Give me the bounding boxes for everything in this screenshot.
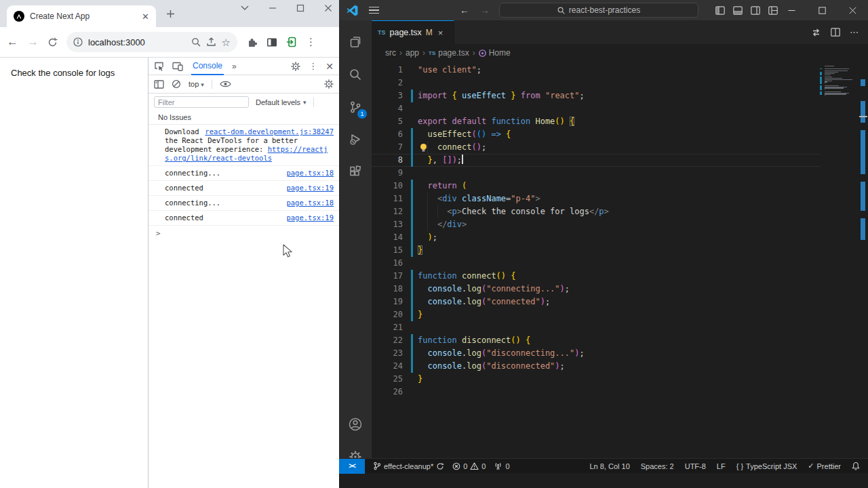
code-line[interactable]: 5export default function Home() { — [372, 115, 821, 128]
breadcrumb-src[interactable]: src — [385, 48, 396, 58]
code-line[interactable]: 13 </div> — [372, 218, 821, 231]
line-number[interactable]: 15 — [372, 244, 403, 257]
devtools-tab-console[interactable]: Console — [191, 58, 224, 75]
line-number[interactable]: 16 — [372, 257, 403, 270]
devtools-settings-gear-icon[interactable] — [291, 62, 300, 71]
search-sidebar-icon[interactable] — [339, 58, 372, 91]
toggle-panel-icon[interactable] — [733, 6, 743, 15]
forward-icon[interactable]: → — [27, 35, 39, 49]
code-line[interactable]: 20} — [372, 308, 821, 321]
url-text[interactable]: localhost:3000 — [88, 37, 186, 47]
line-number[interactable]: 9 — [372, 167, 403, 180]
back-icon[interactable]: ← — [7, 35, 18, 49]
code-line[interactable]: 16 — [372, 257, 821, 270]
code-line[interactable]: 8 }, []); — [372, 154, 821, 167]
code-line[interactable]: 11 <div className="p-4"> — [372, 192, 821, 205]
code-line[interactable]: 4 — [372, 102, 821, 115]
browser-tab[interactable]: Create Next App ✕ — [7, 5, 156, 27]
split-editor-icon[interactable] — [831, 28, 840, 37]
code-line[interactable]: 12 <p>Check the console for logs</p> — [372, 205, 821, 218]
open-changes-icon[interactable] — [811, 28, 821, 37]
source-control-icon[interactable]: 1 — [339, 91, 372, 123]
refresh-icon[interactable] — [47, 37, 58, 47]
line-number[interactable]: 25 — [372, 373, 403, 386]
editor-tab-pagetsx[interactable]: TS page.tsx M × — [372, 20, 454, 44]
code-line[interactable]: 9 — [372, 167, 821, 180]
line-number[interactable]: 22 — [372, 334, 403, 347]
extension-action-icon[interactable] — [286, 37, 297, 47]
line-number[interactable]: 3 — [372, 89, 403, 102]
run-debug-icon[interactable] — [339, 123, 372, 156]
line-number[interactable]: 19 — [372, 296, 403, 308]
close-icon[interactable] — [837, 0, 868, 20]
console-source-link[interactable]: page.tsx:19 — [286, 184, 334, 192]
eol-status[interactable]: LF — [717, 462, 726, 470]
toggle-sidebar-icon[interactable] — [715, 6, 725, 15]
nav-forward-icon[interactable]: → — [480, 5, 490, 16]
line-number[interactable]: 5 — [372, 115, 403, 128]
code-line[interactable]: 22function disconnect() { — [372, 334, 821, 347]
notifications-bell-icon[interactable] — [852, 462, 860, 470]
line-number[interactable]: 8 — [372, 154, 403, 167]
line-number[interactable]: 6 — [372, 128, 403, 141]
browser-menu-kebab-icon[interactable]: ⋮ — [306, 36, 316, 48]
menu-hamburger-icon[interactable] — [369, 5, 379, 16]
code-line[interactable]: 2 — [372, 77, 821, 89]
line-number[interactable]: 13 — [372, 218, 403, 231]
problems-status[interactable]: 0 0 — [452, 462, 486, 470]
line-number[interactable]: 10 — [372, 180, 403, 192]
breadcrumb-app[interactable]: app — [406, 48, 419, 58]
line-number[interactable]: 20 — [372, 308, 403, 321]
line-number[interactable]: 1 — [372, 64, 403, 77]
share-icon[interactable] — [206, 37, 216, 47]
code-line[interactable]: 10 return ( — [372, 180, 821, 192]
more-tabs-icon[interactable]: » — [232, 62, 237, 71]
code-line[interactable]: 17function connect() { — [372, 270, 821, 283]
inspect-element-icon[interactable] — [154, 62, 164, 71]
tab-search-icon[interactable] — [241, 5, 249, 11]
new-tab-button[interactable] — [165, 9, 176, 20]
console-prompt-chevron[interactable]: > — [149, 226, 339, 238]
issues-counter[interactable]: No Issues — [149, 110, 339, 125]
line-number[interactable]: 14 — [372, 231, 403, 244]
console-source-link[interactable]: page.tsx:19 — [286, 214, 334, 222]
tab-close-icon[interactable]: × — [438, 28, 443, 38]
line-number[interactable]: 11 — [372, 192, 403, 205]
line-number[interactable]: 24 — [372, 360, 403, 373]
remote-indicator[interactable]: >< — [339, 459, 365, 474]
line-number[interactable]: 2 — [372, 77, 403, 89]
extensions-icon[interactable] — [339, 156, 372, 188]
git-branch-status[interactable]: effect-cleanup* — [373, 462, 444, 470]
breadcrumb-symbol-home[interactable]: Home — [479, 48, 511, 58]
minimap[interactable] — [825, 66, 856, 98]
zoom-icon[interactable] — [191, 37, 201, 47]
extensions-puzzle-icon[interactable] — [246, 37, 258, 48]
command-center-search[interactable]: react-best-practices — [499, 3, 698, 18]
console-source-link[interactable]: page.tsx:18 — [286, 199, 334, 207]
encoding-status[interactable]: UTF-8 — [685, 462, 706, 470]
formatter-status[interactable]: ✓ Prettier — [808, 462, 841, 470]
line-number[interactable]: 23 — [372, 347, 403, 360]
indentation-status[interactable]: Spaces: 2 — [641, 462, 674, 470]
code-line[interactable]: 6 useEffect(() => { — [372, 128, 821, 141]
code-line[interactable]: 15} — [372, 244, 821, 257]
line-number[interactable]: 18 — [372, 283, 403, 296]
more-actions-icon[interactable]: ⋯ — [850, 27, 859, 37]
devtools-close-icon[interactable]: ✕ — [326, 61, 334, 72]
minimize-icon[interactable] — [269, 4, 277, 12]
device-toolbar-icon[interactable] — [172, 62, 183, 71]
language-mode-status[interactable]: { } TypeScript JSX — [736, 462, 797, 470]
line-number[interactable]: 17 — [372, 270, 403, 283]
line-number[interactable]: 12 — [372, 205, 403, 218]
minimize-icon[interactable] — [776, 0, 807, 20]
console-context-selector[interactable]: top ▾ — [189, 80, 204, 88]
console-source-link[interactable]: page.tsx:18 — [286, 169, 334, 178]
bookmark-star-icon[interactable]: ☆ — [222, 37, 231, 47]
code-line[interactable]: 26 — [372, 386, 821, 399]
address-bar[interactable]: localhost:3000 ☆ — [66, 32, 237, 52]
code-line[interactable]: 24 console.log("disconnected"); — [372, 360, 821, 373]
line-number[interactable]: 7 — [372, 141, 403, 154]
console-filter-input[interactable] — [154, 96, 249, 108]
code-line[interactable]: 3import { useEffect } from "react"; — [372, 89, 821, 102]
tab-close-icon[interactable]: ✕ — [142, 12, 149, 21]
